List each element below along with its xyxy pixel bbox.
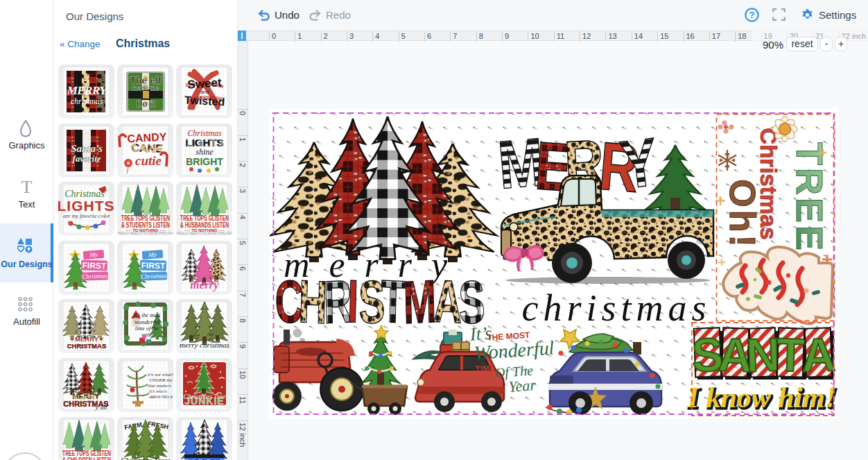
svg-text:A: A (801, 327, 837, 382)
svg-text:christmas: christmas (71, 96, 103, 106)
svg-text:Twisted: Twisted (184, 94, 225, 108)
svg-text:Christmas: Christmas (756, 128, 781, 239)
svg-text:merry: merry (190, 278, 219, 291)
svg-text:I REALLY NEED IT TO SNOW THIS: I REALLY NEED IT TO SNOW THIS YEAR (176, 232, 232, 235)
svg-text:that matters: that matters (148, 383, 171, 389)
svg-text:TREE: TREE (789, 142, 831, 253)
svg-text:it’s who’s: it’s who’s (149, 389, 167, 394)
svg-text:are my favorite color: are my favorite color (63, 213, 110, 219)
svg-text:My: My (148, 250, 157, 258)
svg-text:MERRY: MERRY (67, 84, 108, 97)
svg-text:and: and (200, 90, 209, 94)
svg-text:it’s not what’s: it’s not what’s (148, 372, 173, 377)
svg-text:FIRST: FIRST (82, 260, 107, 271)
svg-text:JUNKIE: JUNKIE (184, 395, 224, 407)
svg-text:M: M (403, 267, 437, 337)
svg-text:Santa’s: Santa’s (71, 143, 103, 154)
svg-text:LIGHTS: LIGHTS (58, 198, 114, 214)
svg-text:y’all: y’all (95, 404, 107, 411)
svg-text:cutie: cutie (135, 153, 162, 168)
svg-text:Christmas Trees: Christmas Trees (121, 456, 170, 460)
svg-text:Year: Year (508, 376, 537, 395)
svg-text:favorite: favorite (72, 153, 101, 164)
svg-text:I know him!: I know him! (687, 382, 837, 414)
svg-text:Christmas: Christmas (141, 272, 167, 280)
svg-text:FIRST: FIRST (141, 260, 166, 271)
svg-text:Do it: Do it (137, 99, 155, 109)
svg-text:merry christmas: merry christmas (180, 341, 229, 349)
svg-text:shine: shine (196, 147, 214, 157)
svg-text:Christmas: Christmas (82, 272, 108, 280)
svg-text:christmas: christmas (521, 287, 711, 329)
svg-text:CHRISTMAS: CHRISTMAS (67, 342, 106, 350)
svg-text:It’s the most: It’s the most (133, 312, 161, 318)
svg-text:BRIGHT: BRIGHT (186, 156, 223, 167)
svg-text:My: My (89, 250, 98, 258)
svg-text:made me: made me (132, 85, 159, 92)
svg-text:TIME: TIME (475, 363, 496, 374)
svg-text:I REALLY NEED IT TO SNOW THIS: I REALLY NEED IT TO SNOW THIS YEAR (117, 232, 173, 235)
svg-text:& CHILDREN LISTEN: & CHILDREN LISTEN (62, 457, 111, 460)
svg-text:AROUND it: AROUND it (148, 394, 173, 400)
svg-text:UNDER the tree: UNDER the tree (149, 377, 173, 383)
svg-text:?: ? (749, 10, 755, 20)
svg-text:wonderful: wonderful (134, 318, 160, 325)
